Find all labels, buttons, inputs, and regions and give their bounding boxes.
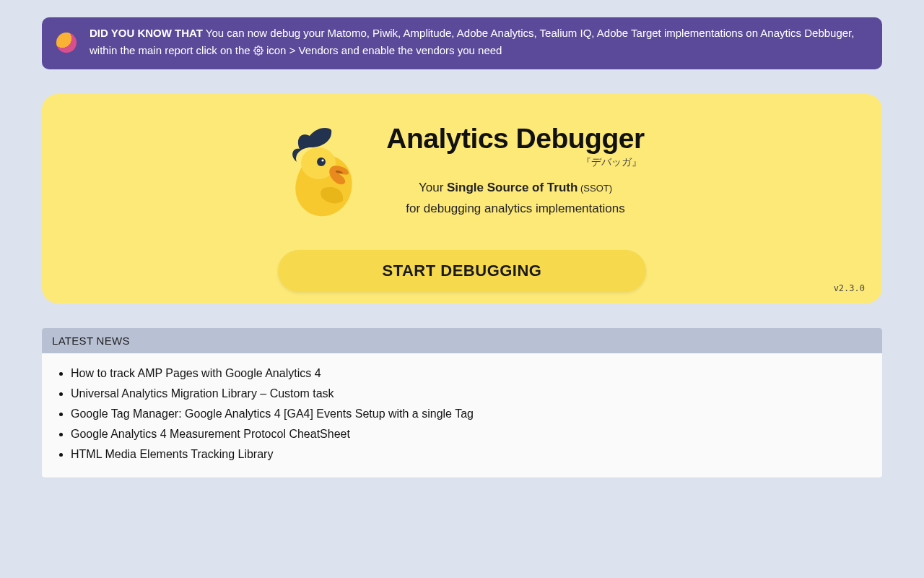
news-list: How to track AMP Pages with Google Analy… xyxy=(42,353,882,478)
news-panel: LATEST NEWS How to track AMP Pages with … xyxy=(42,328,882,478)
news-item[interactable]: HTML Media Elements Tracking Library xyxy=(71,444,872,465)
banner-body-after: icon > Vendors and enable the vendors yo… xyxy=(263,44,502,56)
hero-title: Analytics Debugger xyxy=(386,123,644,155)
news-heading: LATEST NEWS xyxy=(42,328,882,353)
version-label: v2.3.0 xyxy=(834,283,865,293)
banner-avatar-icon xyxy=(56,33,77,53)
news-item[interactable]: Google Analytics 4 Measurement Protocol … xyxy=(71,424,872,444)
svg-point-2 xyxy=(317,158,326,166)
start-debugging-button[interactable]: START DEBUGGING xyxy=(278,250,646,292)
svg-point-0 xyxy=(257,49,260,52)
gear-icon xyxy=(253,43,263,61)
svg-point-3 xyxy=(322,159,324,161)
banner-prefix: DID YOU KNOW THAT xyxy=(90,27,203,39)
duck-logo-icon xyxy=(279,123,366,227)
info-banner: DID YOU KNOW THAT You can now debug your… xyxy=(42,17,882,69)
banner-text: DID YOU KNOW THAT You can now debug your… xyxy=(90,25,868,61)
hero-card: Analytics Debugger 『デバッガ』 Your Single So… xyxy=(42,94,882,303)
hero-subtitle: 『デバッガ』 xyxy=(386,156,644,169)
news-item[interactable]: Google Tag Manager: Google Analytics 4 [… xyxy=(71,404,872,424)
news-item[interactable]: Universal Analytics Migration Library – … xyxy=(71,384,872,404)
hero-tagline: Your Single Source of Truth (SSOT) for d… xyxy=(386,178,644,220)
news-item[interactable]: How to track AMP Pages with Google Analy… xyxy=(71,363,872,384)
